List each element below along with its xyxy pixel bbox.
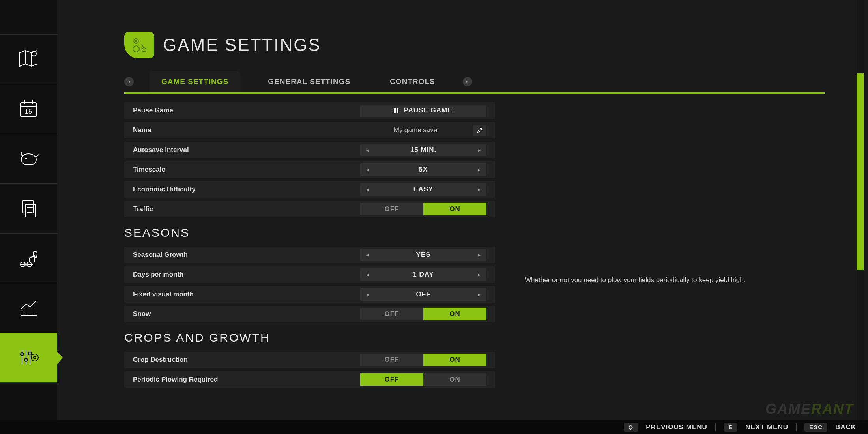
row-fixed-visual-month: Fixed visual month ◄ OFF ► — [124, 286, 495, 303]
fvm-value: OFF — [374, 290, 472, 298]
row-economy: Economic Difficulty ◄ EASY ► — [124, 181, 495, 198]
crop-destruction-on[interactable]: ON — [423, 354, 486, 366]
label-days-per-month: Days per month — [133, 271, 360, 279]
section-seasons: SEASONS — [124, 226, 495, 239]
key-q: Q — [624, 423, 638, 432]
svg-point-16 — [133, 46, 139, 52]
footer-previous-menu[interactable]: PREVIOUS MENU — [646, 423, 707, 431]
scrollbar-track[interactable] — [857, 0, 864, 420]
label-crop-destruction: Crop Destruction — [133, 356, 360, 364]
footer-next-menu[interactable]: NEXT MENU — [745, 423, 788, 431]
label-economy: Economic Difficulty — [133, 185, 360, 193]
row-autosave: Autosave Interval ◄ 15 MIN. ► — [124, 142, 495, 158]
svg-text:15: 15 — [25, 108, 32, 115]
sidebar-item-calendar[interactable]: 15 — [0, 84, 57, 134]
label-snow: Snow — [133, 310, 360, 318]
timescale-prev[interactable]: ◄ — [360, 168, 374, 172]
periodic-plowing-off[interactable]: OFF — [360, 373, 423, 386]
watermark: GAMERANT — [765, 401, 854, 417]
pencil-icon — [477, 127, 483, 133]
pause-game-button[interactable]: PAUSE GAME — [360, 105, 486, 117]
main-panel: GAME SETTINGS ◄ GAME SETTINGS GENERAL SE… — [57, 0, 857, 420]
economy-prev[interactable]: ◄ — [360, 187, 374, 192]
documents-icon — [17, 197, 40, 220]
seasonal-spinner[interactable]: ◄ YES ► — [360, 249, 486, 261]
tab-underline — [124, 92, 825, 94]
label-pause-game: Pause Game — [133, 107, 360, 114]
key-e: E — [724, 423, 737, 432]
seasonal-prev[interactable]: ◄ — [360, 253, 374, 257]
economy-spinner[interactable]: ◄ EASY ► — [360, 183, 486, 196]
footer: Q PREVIOUS MENU E NEXT MENU ESC BACK — [0, 420, 868, 434]
row-timescale: Timescale ◄ 5X ► — [124, 161, 495, 178]
sidebar-item-production[interactable] — [0, 234, 57, 283]
snow-toggle[interactable]: OFF ON — [360, 308, 486, 320]
row-crop-destruction: Crop Destruction OFF ON — [124, 352, 495, 368]
periodic-plowing-toggle[interactable]: OFF ON — [360, 373, 486, 386]
tabs-next-button[interactable]: ► — [463, 77, 472, 86]
map-icon — [17, 48, 40, 71]
periodic-plowing-on[interactable]: ON — [423, 373, 486, 386]
tab-controls[interactable]: CONTROLS — [378, 71, 447, 92]
svg-point-15 — [135, 40, 137, 42]
crop-destruction-toggle[interactable]: OFF ON — [360, 354, 486, 366]
timescale-next[interactable]: ► — [472, 168, 486, 172]
autosave-next[interactable]: ► — [472, 148, 486, 152]
snow-on[interactable]: ON — [423, 308, 486, 320]
factory-icon — [17, 247, 40, 270]
fvm-prev[interactable]: ◄ — [360, 292, 374, 297]
economy-next[interactable]: ► — [472, 187, 486, 192]
label-traffic: Traffic — [133, 205, 360, 213]
tab-general-settings[interactable]: GENERAL SETTINGS — [256, 71, 362, 92]
tab-game-settings[interactable]: GAME SETTINGS — [150, 71, 240, 92]
sidebar-item-settings[interactable] — [0, 333, 57, 383]
autosave-value: 15 MIN. — [374, 146, 472, 154]
sidebar-top — [0, 0, 57, 35]
sidebar-item-documents[interactable] — [0, 184, 57, 234]
svg-point-13 — [34, 356, 36, 359]
cow-icon — [17, 148, 40, 170]
autosave-spinner[interactable]: ◄ 15 MIN. ► — [360, 144, 486, 156]
row-seasonal-growth: Seasonal Growth ◄ YES ► — [124, 247, 495, 263]
watermark-a: GAME — [765, 401, 811, 417]
tabs: ◄ GAME SETTINGS GENERAL SETTINGS CONTROL… — [124, 71, 817, 92]
dpm-prev[interactable]: ◄ — [360, 273, 374, 277]
traffic-off[interactable]: OFF — [360, 203, 423, 215]
sidebar: 15 — [0, 0, 57, 420]
sliders-gear-icon — [17, 346, 40, 369]
seasonal-next[interactable]: ► — [472, 253, 486, 257]
autosave-prev[interactable]: ◄ — [360, 148, 374, 152]
scrollbar-thumb[interactable] — [857, 73, 864, 270]
sidebar-item-map[interactable] — [0, 35, 57, 84]
sidebar-item-animals[interactable] — [0, 134, 57, 184]
label-autosave: Autosave Interval — [133, 146, 360, 154]
footer-sep-1 — [715, 423, 716, 431]
sidebar-item-statistics[interactable] — [0, 283, 57, 333]
watermark-b: RANT — [811, 401, 854, 417]
fvm-next[interactable]: ► — [472, 292, 486, 297]
pause-game-label: PAUSE GAME — [404, 107, 452, 114]
timescale-spinner[interactable]: ◄ 5X ► — [360, 163, 486, 176]
tractor-gear-icon — [131, 36, 148, 54]
svg-rect-4 — [23, 200, 33, 213]
dpm-spinner[interactable]: ◄ 1 DAY ► — [360, 268, 486, 281]
footer-back[interactable]: BACK — [835, 423, 856, 431]
label-name: Name — [133, 126, 360, 134]
section-crops: CROPS AND GROWTH — [124, 331, 495, 344]
label-periodic-plowing: Periodic Plowing Required — [133, 376, 360, 383]
fvm-spinner[interactable]: ◄ OFF ► — [360, 288, 486, 301]
key-esc: ESC — [804, 423, 827, 432]
tabs-prev-button[interactable]: ◄ — [124, 77, 134, 86]
dpm-next[interactable]: ► — [472, 273, 486, 277]
pause-icon — [394, 108, 398, 113]
label-fixed-visual-month: Fixed visual month — [133, 290, 360, 298]
snow-off[interactable]: OFF — [360, 308, 423, 320]
label-seasonal-growth: Seasonal Growth — [133, 251, 360, 259]
svg-rect-5 — [25, 204, 36, 217]
edit-name-button[interactable] — [473, 125, 486, 136]
traffic-on[interactable]: ON — [423, 203, 486, 215]
crop-destruction-off[interactable]: OFF — [360, 354, 423, 366]
row-traffic: Traffic OFF ON — [124, 201, 495, 217]
traffic-toggle[interactable]: OFF ON — [360, 203, 486, 215]
row-name: Name My game save — [124, 122, 495, 138]
